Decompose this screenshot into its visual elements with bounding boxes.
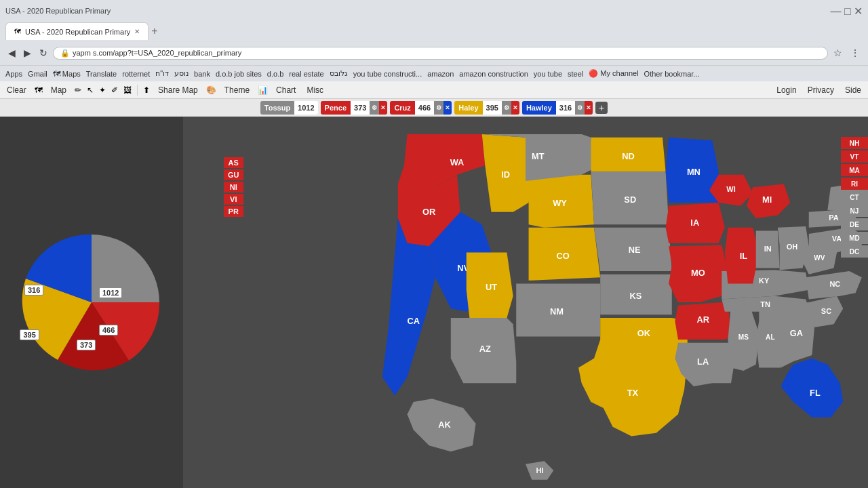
bookmark-2[interactable]: דו"ח (155, 69, 169, 78)
state-dc-sidebar[interactable]: DC (841, 245, 868, 258)
state-sc-label: SC (821, 307, 831, 315)
bookmark-gmail[interactable]: Gmail (28, 70, 47, 78)
login-button[interactable]: Login (774, 85, 799, 96)
territory-ni[interactable]: NI (224, 182, 243, 192)
pie-pence-label: 373 (77, 340, 96, 350)
tab-close-btn[interactable]: ✕ (134, 28, 140, 35)
pie-tossup-label: 1012 (99, 287, 122, 298)
pence-value: 373 (351, 101, 370, 115)
edit-icon: ✐ (111, 85, 118, 95)
pence-x[interactable]: ✕ (379, 101, 387, 115)
bookmark-apps[interactable]: Apps (5, 70, 22, 78)
state-de-sidebar[interactable]: DE (841, 218, 868, 230)
back-button[interactable]: ◀ (5, 46, 18, 60)
bookmark-other[interactable]: Other bookmar... (644, 70, 700, 78)
chart-label: Chart (276, 85, 296, 95)
sidebar-states: NH VT MA RI CT NJ DE MD DC (841, 137, 868, 258)
state-pa-label: PA (829, 214, 839, 222)
bookmark-jobs[interactable]: d.o.b job sites (216, 70, 262, 78)
bookmark-dob[interactable]: d.o.b (267, 70, 283, 78)
state-nj-sidebar[interactable]: NJ (841, 205, 868, 217)
share-button[interactable]: Share Map (155, 85, 201, 96)
state-nm-label: NM (550, 306, 564, 317)
image-icon: 🖼 (123, 85, 132, 95)
new-tab-button[interactable]: + (151, 25, 157, 37)
state-mn-label: MN (687, 167, 701, 177)
state-md-sidebar[interactable]: MD (841, 232, 868, 244)
cursor-icon: ↖ (87, 85, 94, 95)
chart-button[interactable]: Chart (273, 85, 298, 96)
state-tx-label: TX (627, 388, 639, 398)
haley-x[interactable]: ✕ (511, 101, 519, 115)
side-label: Side (845, 85, 861, 95)
tab-bar: 🗺 USA - 2020 Republican Primary ✕ + (0, 22, 868, 41)
cruz-gear[interactable]: ⚙ (434, 101, 443, 115)
refresh-button[interactable]: ↻ (37, 46, 50, 60)
bookmark-youtube-c[interactable]: you tube constructi... (353, 70, 422, 78)
state-nh-sidebar[interactable]: NH (841, 137, 868, 149)
haley-gear[interactable]: ⚙ (502, 101, 511, 115)
map-label: Map (51, 85, 66, 95)
haley-value: 395 (483, 101, 502, 115)
clear-button[interactable]: Clear (4, 85, 29, 96)
pence-gear[interactable]: ⚙ (370, 101, 379, 115)
bookmark-amazon-c[interactable]: amazon construction (459, 70, 528, 78)
active-tab[interactable]: 🗺 USA - 2020 Republican Primary ✕ (5, 22, 149, 40)
bookmark-maps[interactable]: 🗺 Maps (53, 70, 81, 78)
pie-area: 1012 316 395 373 466 (0, 117, 183, 488)
bookmark-4[interactable]: גלובס (330, 69, 348, 78)
bookmark-steel[interactable]: steel (568, 70, 583, 78)
misc-label: Misc (307, 85, 323, 95)
pie-chart: 1012 316 395 373 466 (17, 228, 166, 377)
privacy-button[interactable]: Privacy (805, 85, 837, 96)
hawley-x[interactable]: ✕ (585, 101, 593, 115)
browser-chrome: USA - 2020 Republican Primary — □ ✕ 🗺 US… (0, 0, 868, 81)
state-wi-label: WI (726, 185, 735, 193)
state-tx[interactable] (578, 337, 688, 436)
extensions-button[interactable]: ⋮ (848, 46, 863, 60)
map-area: WA OR CA NV ID MT WY UT CO (183, 117, 868, 488)
state-la-label: LA (697, 357, 709, 367)
state-nd-label: ND (622, 151, 635, 161)
bookmark-amazon[interactable]: amazon (427, 70, 454, 78)
state-vt-sidebar[interactable]: VT (841, 150, 868, 163)
territory-as[interactable]: AS (224, 157, 243, 168)
bookmark-realestate[interactable]: real estate (289, 70, 323, 78)
bookmark-bank[interactable]: bank (194, 70, 210, 78)
tossup-badge: Tossup 1012 (260, 101, 318, 115)
state-tn-label: TN (760, 300, 770, 308)
state-wa-label: WA (450, 157, 465, 167)
state-ri-sidebar[interactable]: RI (841, 178, 868, 190)
bookmark-button[interactable]: ☆ (831, 46, 845, 60)
state-wy-label: WY (553, 198, 567, 208)
state-sd-label: SD (624, 195, 636, 205)
forward-button[interactable]: ▶ (21, 46, 34, 60)
territory-gu[interactable]: GU (224, 169, 243, 180)
state-ct-sidebar[interactable]: CT (841, 191, 868, 203)
tossup-value: 1012 (294, 101, 317, 115)
us-map-svg[interactable]: WA OR CA NV ID MT WY UT CO (183, 117, 868, 488)
bookmark-mychannel[interactable]: 🔴 My channel (589, 69, 638, 78)
theme-button[interactable]: Theme (222, 85, 252, 96)
state-mo-label: MO (691, 268, 705, 278)
side-button[interactable]: Side (842, 85, 864, 96)
state-ma-sidebar[interactable]: MA (841, 164, 868, 176)
cruz-x[interactable]: ✕ (443, 101, 452, 115)
territory-pr[interactable]: PR (224, 206, 243, 217)
state-id-label: ID (501, 169, 510, 180)
tossup-label: Tossup (260, 101, 294, 115)
misc-button[interactable]: Misc (304, 85, 326, 96)
add-candidate-button[interactable]: + (595, 102, 608, 114)
hawley-gear[interactable]: ⚙ (575, 101, 585, 115)
state-or-label: OR (422, 207, 436, 217)
address-bar[interactable]: 🔒 yapm s.com/app?t=USA_2020_republican_p… (53, 47, 828, 60)
title-bar: USA - 2020 Republican Primary — □ ✕ (0, 0, 868, 22)
territory-vi[interactable]: VI (224, 194, 243, 205)
bookmark-1[interactable]: rotternet (122, 70, 150, 78)
bookmark-3[interactable]: נוסע (174, 69, 189, 78)
bookmark-youtube[interactable]: you tube (534, 70, 562, 78)
app-toolbar: Clear 🗺 Map ✏ ↖ ✦ ✐ 🖼 ⬆ Share Map 🎨 Them… (0, 81, 868, 99)
map-button[interactable]: Map (48, 85, 69, 96)
bookmark-translate[interactable]: Translate (86, 70, 117, 78)
state-ga-label: GA (790, 329, 803, 339)
